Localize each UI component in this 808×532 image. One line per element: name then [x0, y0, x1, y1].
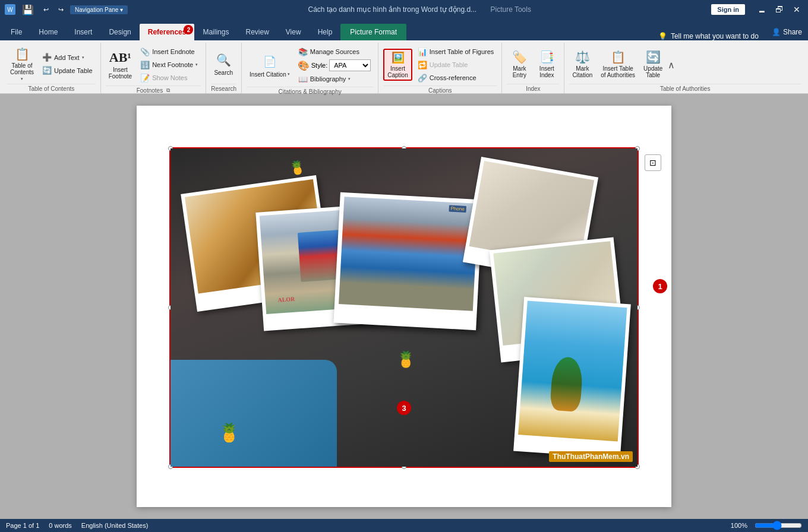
ribbon-group-citations: 📄 Insert Citation ▾ 📚 Manage Sources 🎨 S… [242, 43, 378, 93]
style-select[interactable]: APA MLA Chicago [329, 59, 371, 71]
insert-table-of-figures-button[interactable]: 📊 Insert Table of Figures [415, 45, 497, 58]
tab-file[interactable]: File [2, 24, 30, 40]
insert-citation-icon: 📄 [261, 53, 278, 70]
minimize-button[interactable]: 🗕 [755, 5, 769, 14]
tab-home[interactable]: Home [30, 24, 66, 40]
style-icon: 🎨 [298, 60, 310, 71]
tab-picture-format[interactable]: Picture Format [340, 24, 406, 40]
table-of-contents-button[interactable]: 📋 Table ofContents ▾ [7, 48, 37, 80]
update-table-captions-button[interactable]: 🔁 Update Table [415, 58, 497, 71]
style-row: 🎨 Style: APA MLA Chicago [295, 58, 374, 72]
update-toa-icon: 🔄 [645, 50, 661, 64]
table-of-figures-icon: 📊 [418, 48, 427, 56]
insert-caption-icon: 🖼️ [390, 51, 406, 64]
pineapple-top: 🍍 [288, 159, 307, 177]
next-footnote-button[interactable]: 🔢 Next Footnote ▾ [137, 58, 201, 71]
captions-group-label: Captions [383, 86, 497, 95]
mark-entry-icon: 🏷️ [511, 50, 528, 64]
ribbon: 📋 Table ofContents ▾ ➕ Add Text ▾ 🔄 Upda… [0, 40, 808, 94]
photo-collage-image: ALOR Phone [171, 148, 637, 467]
insert-index-button[interactable]: 📑 InsertIndex [534, 48, 559, 80]
insert-footnote-icon: AB¹ [112, 50, 128, 65]
close-button[interactable]: ✕ [790, 5, 803, 14]
add-text-button[interactable]: ➕ Add Text ▾ [39, 51, 96, 64]
restore-button[interactable]: 🗗 [772, 5, 787, 14]
document-page: ↻ ⊡ 1 [137, 106, 671, 507]
document-area: ↻ ⊡ 1 [0, 94, 808, 519]
zoom-slider[interactable] [755, 521, 802, 530]
footnotes-expand-icon[interactable]: ⧉ [166, 87, 170, 94]
toa-group-label: Table of Authorities [569, 84, 801, 93]
search-icon: 🔍 [215, 52, 232, 68]
insert-endnote-icon: 📎 [140, 48, 150, 56]
bibliography-button[interactable]: 📖 Bibliography ▾ [295, 72, 374, 86]
ribbon-group-captions: 🖼️ InsertCaption 📊 Insert Table of Figur… [378, 43, 502, 93]
references-badge: 2 [184, 25, 193, 34]
sign-in-button[interactable]: Sign in [711, 4, 745, 15]
tab-references[interactable]: References 2 [140, 24, 195, 40]
watermark: ThuThuatPhanMem.vn [549, 451, 633, 462]
update-table-toc-icon: 🔄 [42, 66, 52, 75]
index-group-label: Index [507, 84, 559, 93]
update-table-captions-icon: 🔁 [418, 61, 427, 69]
tab-design[interactable]: Design [100, 24, 139, 40]
insert-footnote-button[interactable]: AB¹ InsertFootnote [106, 49, 135, 81]
mark-citation-button[interactable]: ⚖️ MarkCitation [569, 48, 595, 80]
status-bar-right: 100% [731, 521, 802, 530]
navigation-pane-button[interactable]: Navigation Pane ▾ [70, 5, 128, 14]
manage-sources-icon: 📚 [298, 48, 308, 56]
ribbon-group-toc: 📋 Table ofContents ▾ ➕ Add Text ▾ 🔄 Upda… [2, 43, 101, 93]
status-bar: Page 1 of 1 0 words English (United Stat… [0, 519, 808, 532]
research-group-label: Research [211, 84, 236, 93]
title-bar-right: Sign in 🗕 🗗 ✕ [711, 4, 803, 15]
tab-help[interactable]: Help [310, 24, 341, 40]
update-table-toc-button[interactable]: 🔄 Update Table [39, 64, 96, 77]
pineapple-bottom-left: 🍍 [218, 422, 240, 443]
update-toa-button[interactable]: 🔄 UpdateTable [640, 48, 665, 80]
page-info: Page 1 of 1 [6, 522, 39, 529]
zoom-level: 100% [731, 522, 747, 529]
share-button[interactable]: 👤 Share [766, 24, 808, 40]
collapse-ribbon-button[interactable]: ∧ [668, 59, 675, 71]
cross-reference-button[interactable]: 🔗 Cross-reference [415, 71, 497, 84]
layout-options-icon[interactable]: ⊡ [645, 154, 661, 171]
manage-sources-button[interactable]: 📚 Manage Sources [295, 45, 374, 58]
tab-insert[interactable]: Insert [66, 24, 100, 40]
insert-caption-button[interactable]: 🖼️ InsertCaption [383, 49, 412, 81]
cross-reference-icon: 🔗 [418, 74, 427, 83]
mark-entry-button[interactable]: 🏷️ MarkEntry [507, 48, 532, 80]
search-button[interactable]: 🔍 Search [211, 48, 236, 80]
insert-toa-button[interactable]: 📋 Insert Tableof Authorities [598, 48, 638, 80]
toc-group-label: Table of Contents [7, 84, 96, 93]
tell-me-box[interactable]: 💡 Tell me what you want to do [651, 32, 766, 40]
ribbon-group-footnotes: AB¹ InsertFootnote 📎 Insert Endnote 🔢 Ne… [101, 43, 207, 93]
insert-index-icon: 📑 [538, 50, 555, 64]
annotation-badge-3: 3 [397, 401, 411, 415]
tab-mailings[interactable]: Mailings [194, 24, 237, 40]
pineapple-center: 🍍 [396, 350, 415, 369]
window-controls: 🗕 🗗 ✕ [755, 5, 803, 14]
undo-button[interactable]: ↩ [40, 5, 52, 15]
selected-image[interactable]: ⊡ 1 ALOR [169, 147, 639, 468]
ribbon-group-research: 🔍 Search Research [206, 43, 242, 93]
footnotes-group-label: Footnotes ⧉ [106, 86, 201, 95]
language: English (United States) [81, 522, 149, 529]
tab-view[interactable]: View [277, 24, 310, 40]
save-button[interactable]: 💾 [19, 3, 37, 17]
tab-bar: File Home Insert Design References 2 Mai… [0, 19, 808, 40]
mark-citation-icon: ⚖️ [574, 50, 591, 64]
bibliography-icon: 📖 [298, 75, 308, 84]
word-icon: W [5, 4, 15, 15]
insert-endnote-button[interactable]: 📎 Insert Endnote [137, 45, 201, 58]
redo-button[interactable]: ↪ [55, 5, 67, 15]
word-count: 0 words [49, 522, 72, 529]
insert-citation-button[interactable]: 📄 Insert Citation ▾ [247, 49, 293, 81]
title-bar: W 💾 ↩ ↪ Navigation Pane ▾ Cách tạo danh … [0, 0, 808, 19]
add-text-icon: ➕ [42, 53, 52, 62]
show-notes-button[interactable]: 📝 Show Notes [137, 71, 201, 84]
tab-review[interactable]: Review [237, 24, 277, 40]
document-title: Cách tạo danh mục hình ảnh trong Word tự… [128, 5, 711, 14]
title-bar-left: W 💾 ↩ ↪ Navigation Pane ▾ [5, 3, 128, 17]
toc-icon: 📋 [14, 47, 30, 61]
annotation-badge-1: 1 [653, 279, 667, 293]
